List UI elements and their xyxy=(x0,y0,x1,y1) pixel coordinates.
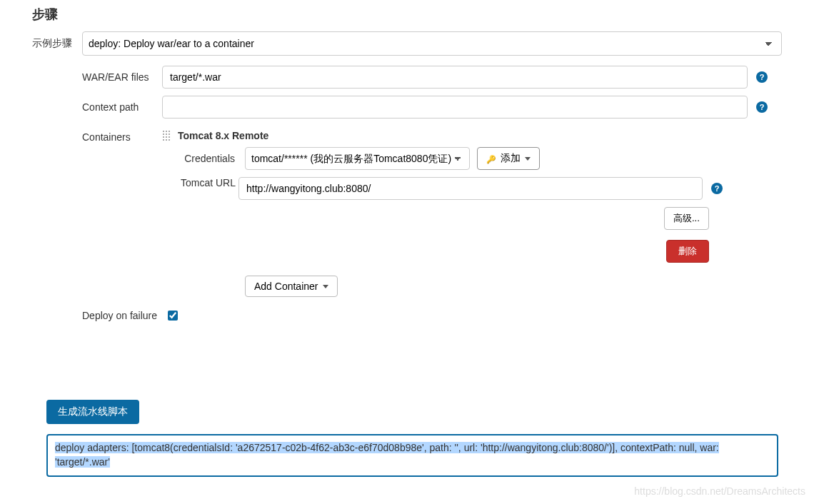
tomcat-url-label: Tomcat URL xyxy=(181,177,238,188)
containers-label: Containers xyxy=(82,126,162,143)
delete-button[interactable]: 删除 xyxy=(666,240,709,263)
add-credentials-label: 添加 xyxy=(501,152,521,165)
context-path-input[interactable] xyxy=(162,96,748,119)
help-icon[interactable]: ? xyxy=(711,183,723,194)
help-icon[interactable]: ? xyxy=(756,101,768,113)
context-path-label: Context path xyxy=(82,96,162,113)
credentials-select[interactable]: tomcat/****** (我的云服务器Tomcat8080凭证) xyxy=(245,147,470,170)
deploy-on-failure-label: Deploy on failure xyxy=(82,310,162,321)
sample-step-select[interactable]: deploy: Deploy war/ear to a container xyxy=(82,31,782,56)
war-ear-input[interactable] xyxy=(162,66,748,89)
section-title: 步骤 xyxy=(32,0,782,31)
script-output-text: deploy adapters: [tomcat8(credentialsId:… xyxy=(55,442,719,468)
credentials-label: Credentials xyxy=(181,153,238,164)
generate-script-button[interactable]: 生成流水线脚本 xyxy=(46,400,139,424)
help-icon[interactable]: ? xyxy=(756,71,768,83)
watermark: https://blog.csdn.net/DreamsArchitects xyxy=(634,485,805,497)
deploy-on-failure-checkbox[interactable] xyxy=(168,311,178,321)
advanced-button[interactable]: 高级... xyxy=(664,207,709,230)
key-icon xyxy=(486,153,496,164)
add-container-button[interactable]: Add Container xyxy=(245,276,338,297)
caret-down-icon xyxy=(525,157,531,161)
war-ear-label: WAR/EAR files xyxy=(82,66,162,83)
drag-grip-icon[interactable] xyxy=(162,130,171,141)
sample-step-label: 示例步骤 xyxy=(32,31,82,50)
caret-down-icon xyxy=(323,285,328,288)
script-output[interactable]: deploy adapters: [tomcat8(credentialsId:… xyxy=(46,434,778,477)
add-container-label: Add Container xyxy=(254,281,318,292)
container-title: Tomcat 8.x Remote xyxy=(178,130,268,141)
tomcat-url-input[interactable] xyxy=(238,177,703,200)
add-credentials-button[interactable]: 添加 xyxy=(477,147,540,170)
